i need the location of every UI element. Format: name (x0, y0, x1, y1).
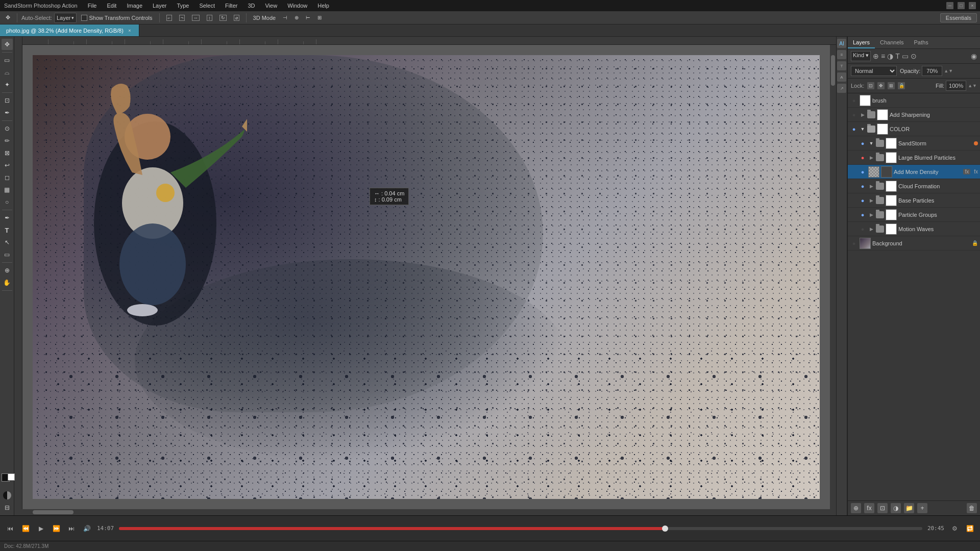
menu-filter[interactable]: Filter (223, 2, 239, 10)
timeline-settings[interactable]: ⚙ (949, 523, 960, 534)
layer-visibility-motion-waves[interactable]: ● (859, 225, 867, 233)
pen-tool[interactable]: ✒ (2, 212, 13, 223)
ai-icon-5[interactable]: ↗ (837, 84, 846, 93)
tool-corner-tl[interactable]: ⌐ (164, 14, 175, 22)
vertical-scrollbar[interactable] (830, 45, 836, 509)
ai-icon-3[interactable]: T (837, 61, 846, 70)
maximize-btn[interactable]: □ (958, 2, 965, 9)
timeline-step-back[interactable]: ⏪ (20, 523, 31, 534)
tool-distribute[interactable]: ⊞ (315, 14, 324, 21)
menu-layer[interactable]: Layer (151, 2, 169, 10)
move-tool[interactable]: ✥ (3, 13, 13, 22)
layer-visibility-large-blurred[interactable]: ● (859, 154, 867, 162)
add-mask-button[interactable]: ⊡ (877, 503, 888, 513)
timeline-audio-toggle[interactable]: 🔊 (82, 523, 92, 534)
dodge-tool[interactable]: ○ (2, 196, 13, 208)
filter-toggle[interactable]: ◉ (971, 52, 977, 60)
layer-expand-cloud[interactable]: ▶ (868, 183, 874, 189)
magic-wand-tool[interactable]: ✦ (2, 79, 13, 90)
tool-warp[interactable]: ⌀ (231, 14, 242, 22)
new-layer-button[interactable]: + (917, 503, 927, 513)
h-scrollbar-thumb[interactable] (33, 510, 74, 514)
tool-scale-v[interactable]: ↕ (204, 14, 215, 22)
layer-visibility-particle-groups[interactable]: ● (859, 211, 867, 219)
layer-visibility-cloud[interactable]: ● (859, 182, 867, 190)
new-group-button[interactable]: 📁 (904, 503, 914, 513)
eyedropper-tool[interactable]: ✒ (2, 107, 13, 118)
lock-position-icon[interactable]: ✥ (877, 82, 885, 89)
menu-image[interactable]: Image (125, 2, 144, 10)
text-tool[interactable]: T (2, 224, 13, 236)
menu-window[interactable]: Window (285, 2, 309, 10)
layer-item-cloud[interactable]: ● ▶ Cloud Formation (848, 179, 980, 193)
tool-align-right[interactable]: ⊢ (303, 14, 313, 21)
zoom-tool[interactable]: ⊕ (2, 265, 13, 276)
smart-filter[interactable]: ⊙ (911, 52, 917, 60)
layer-item-base-particles[interactable]: ● ▶ Base Particles (848, 193, 980, 208)
path-select-tool[interactable]: ↖ (2, 237, 13, 248)
layer-visibility-add-density[interactable]: ● (859, 168, 867, 176)
close-btn[interactable]: × (969, 2, 976, 9)
move-tool-btn[interactable]: ✥ (2, 39, 13, 50)
menu-select[interactable]: Select (197, 2, 217, 10)
layer-expand-color[interactable]: ▼ (860, 126, 866, 132)
layer-visibility-sharpening[interactable]: ● (850, 111, 858, 119)
menu-view[interactable]: View (263, 2, 279, 10)
ai-icon-2[interactable]: ≡ (837, 50, 846, 59)
layer-item-sandstorm[interactable]: ● ▼ SandStorm (848, 136, 980, 151)
screen-mode-btn[interactable]: ⊟ (2, 502, 13, 513)
timeline-scrubber[interactable] (119, 527, 922, 530)
layer-item-background[interactable]: ● Background 🔒 (848, 236, 980, 251)
tool-align-center[interactable]: ⊕ (292, 14, 301, 21)
crop-tool[interactable]: ⊡ (2, 95, 13, 106)
adjustment-filter[interactable]: ◑ (887, 52, 893, 60)
ai-icon-1[interactable]: AI (837, 39, 846, 48)
tool-rotate[interactable]: ↻ (217, 14, 229, 22)
layer-item-brush[interactable]: ● brush (848, 93, 980, 108)
layer-item-add-density[interactable]: ● Add More Density fx fx (848, 165, 980, 179)
timeline-skip-start[interactable]: ⏮ (5, 523, 15, 534)
tool-align-left[interactable]: ⊣ (280, 14, 290, 21)
layer-visibility-color[interactable]: ● (850, 125, 858, 133)
tab-layers[interactable]: Layers (848, 37, 875, 48)
ai-icon-4[interactable]: A (837, 72, 846, 82)
tab-channels[interactable]: Channels (875, 37, 909, 48)
layer-expand-base-particles[interactable]: ▶ (868, 197, 874, 204)
fill-input[interactable] (946, 81, 966, 91)
tab-paths[interactable]: Paths (909, 37, 934, 48)
add-link-button[interactable]: ⊕ (851, 503, 861, 513)
timeline-playhead[interactable] (662, 525, 668, 532)
new-fill-button[interactable]: ◑ (891, 503, 901, 513)
layer-type-filter[interactable]: ≡ (881, 52, 885, 60)
menu-edit[interactable]: Edit (105, 2, 118, 10)
layer-fx-expand[interactable]: fx (974, 169, 978, 174)
hand-tool[interactable]: ✋ (2, 277, 13, 288)
layer-item-motion-waves[interactable]: ● ▶ Motion Waves (848, 222, 980, 236)
menu-file[interactable]: File (86, 2, 99, 10)
layer-item-particle-groups[interactable]: ● ▶ Particle Groups (848, 208, 980, 222)
minimize-btn[interactable]: ─ (946, 2, 953, 9)
quick-mask-btn[interactable] (2, 490, 13, 501)
layer-item-color[interactable]: ● ▼ COLOR (848, 122, 980, 136)
rect-select-tool[interactable]: ▭ (2, 55, 13, 66)
essentials-button[interactable]: Essentials (940, 13, 977, 22)
menu-3d[interactable]: 3D (246, 2, 257, 10)
layer-visibility-base-particles[interactable]: ● (859, 196, 867, 205)
opacity-input[interactable] (922, 66, 942, 76)
tool-corner-tr[interactable]: ¬ (177, 14, 187, 22)
layer-effects-button[interactable]: fx (864, 503, 874, 513)
layer-expand-sandstorm[interactable]: ▼ (868, 140, 874, 146)
delete-layer-button[interactable]: 🗑 (967, 503, 977, 513)
layer-item-large-blurred[interactable]: ● ▶ Large Blurred Particles (848, 151, 980, 165)
active-tab[interactable]: photo.jpg @ 38.2% (Add More Density, RGB… (0, 24, 139, 36)
menu-help[interactable]: Help (315, 2, 331, 10)
type-filter[interactable]: T (895, 52, 900, 60)
lock-artboard-icon[interactable]: ⊞ (888, 82, 895, 89)
lock-all-icon[interactable]: 🔒 (898, 82, 905, 89)
timeline-skip-end[interactable]: ⏭ (66, 523, 77, 534)
v-scrollbar-thumb[interactable] (831, 55, 835, 86)
three-d-mode[interactable]: 3D Mode (251, 14, 279, 22)
tool-scale-h[interactable]: ↔ (189, 14, 202, 22)
transform-checkbox[interactable]: Show Transform Controls (79, 14, 155, 22)
canvas-area[interactable]: ↔ : 0.04 cm ↕ : 0.09 cm (22, 45, 830, 509)
